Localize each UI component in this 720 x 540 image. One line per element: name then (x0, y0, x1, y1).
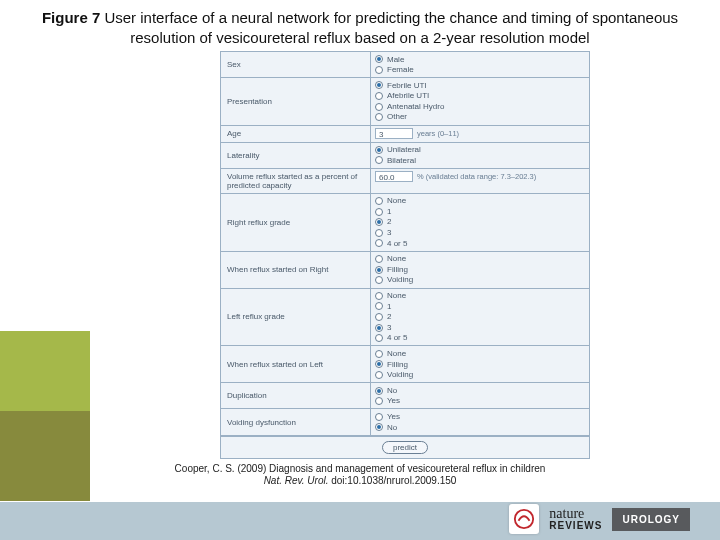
radio-icon[interactable] (375, 81, 383, 89)
citation: Cooper, C. S. (2009) Diagnosis and manag… (0, 463, 720, 487)
radio-icon[interactable] (375, 302, 383, 310)
radio-icon[interactable] (375, 334, 383, 342)
radio-label: 1 (387, 207, 391, 217)
radio-label: 3 (387, 323, 391, 333)
form-label: Presentation (221, 78, 371, 124)
radio-icon[interactable] (375, 55, 383, 63)
text-input[interactable]: 3 (375, 128, 413, 139)
form-options: YesNo (371, 409, 589, 434)
radio-label: Febrile UTI (387, 81, 427, 91)
radio-option[interactable]: 3 (375, 322, 585, 333)
radio-label: None (387, 291, 406, 301)
form-options: UnilateralBilateral (371, 143, 589, 168)
radio-icon[interactable] (375, 413, 383, 421)
radio-icon[interactable] (375, 156, 383, 164)
logo-reviews: REVIEWS (549, 521, 602, 531)
radio-icon[interactable] (375, 360, 383, 368)
form-row: Age3 years (0–11) (221, 126, 589, 143)
text-input[interactable]: 60.0 (375, 171, 413, 182)
form-row: SexMaleFemale (221, 52, 589, 78)
radio-option[interactable]: Filling (375, 359, 585, 370)
radio-label: Yes (387, 412, 400, 422)
radio-option[interactable]: Febrile UTI (375, 80, 585, 91)
form-row: Volume reflux started as a percent of pr… (221, 169, 589, 194)
form-label: Laterality (221, 143, 371, 168)
left-decor (0, 51, 90, 459)
form-row: When reflux started on RightNoneFillingV… (221, 252, 589, 289)
radio-icon[interactable] (375, 197, 383, 205)
radio-icon[interactable] (375, 324, 383, 332)
form-label: Sex (221, 52, 371, 77)
radio-option[interactable]: No (375, 422, 585, 433)
form-row: Voiding dysfunctionYesNo (221, 409, 589, 435)
radio-icon[interactable] (375, 92, 383, 100)
radio-icon[interactable] (375, 113, 383, 121)
radio-option[interactable]: Voiding (375, 275, 585, 286)
citation-journal: Nat. Rev. Urol. (264, 475, 329, 486)
radio-option[interactable]: 4 or 5 (375, 333, 585, 344)
citation-line1: Cooper, C. S. (2009) Diagnosis and manag… (175, 463, 546, 474)
radio-icon[interactable] (375, 276, 383, 284)
radio-option[interactable]: 2 (375, 217, 585, 228)
radio-label: 3 (387, 228, 391, 238)
radio-option[interactable]: 2 (375, 312, 585, 323)
radio-option[interactable]: Bilateral (375, 155, 585, 166)
radio-icon[interactable] (375, 387, 383, 395)
radio-label: 2 (387, 217, 391, 227)
form-options: 3 years (0–11) (371, 126, 589, 142)
radio-option[interactable]: No (375, 385, 585, 396)
radio-option[interactable]: 1 (375, 206, 585, 217)
radio-option[interactable]: None (375, 196, 585, 207)
radio-icon[interactable] (375, 423, 383, 431)
nature-text: nature REVIEWS (549, 507, 602, 531)
form-options: Febrile UTIAfebrile UTIAntenatal HydroOt… (371, 78, 589, 124)
radio-option[interactable]: Yes (375, 396, 585, 407)
radio-icon[interactable] (375, 313, 383, 321)
radio-icon[interactable] (375, 208, 383, 216)
radio-option[interactable]: 1 (375, 301, 585, 312)
radio-icon[interactable] (375, 350, 383, 358)
radio-option[interactable]: 4 or 5 (375, 238, 585, 249)
predict-button[interactable]: predict (382, 441, 428, 454)
form-options: None1234 or 5 (371, 289, 589, 346)
radio-label: None (387, 196, 406, 206)
radio-icon[interactable] (375, 103, 383, 111)
radio-icon[interactable] (375, 371, 383, 379)
radio-option[interactable]: Afebrile UTI (375, 91, 585, 102)
radio-icon[interactable] (375, 239, 383, 247)
radio-icon[interactable] (375, 218, 383, 226)
radio-icon[interactable] (375, 146, 383, 154)
radio-option[interactable]: 3 (375, 228, 585, 239)
radio-label: Unilateral (387, 145, 421, 155)
form-options: NoneFillingVoiding (371, 346, 589, 382)
nature-badge-icon (509, 504, 539, 534)
radio-icon[interactable] (375, 255, 383, 263)
input-row: 3 years (0–11) (375, 128, 585, 140)
figure-caption: Figure 7 User interface of a neural netw… (0, 0, 720, 51)
radio-icon[interactable] (375, 397, 383, 405)
radio-option[interactable]: None (375, 254, 585, 265)
radio-label: 4 or 5 (387, 239, 407, 249)
form-options: 60.0 % (validated data range: 7.3–202.3) (371, 169, 589, 193)
radio-option[interactable]: None (375, 291, 585, 302)
radio-option[interactable]: Other (375, 112, 585, 123)
radio-option[interactable]: Antenatal Hydro (375, 101, 585, 112)
radio-option[interactable]: Male (375, 54, 585, 65)
radio-option[interactable]: Yes (375, 411, 585, 422)
radio-icon[interactable] (375, 266, 383, 274)
form-options: NoYes (371, 383, 589, 408)
radio-option[interactable]: Unilateral (375, 145, 585, 156)
form-row: Left reflux gradeNone1234 or 5 (221, 289, 589, 347)
form-options: None1234 or 5 (371, 194, 589, 251)
radio-icon[interactable] (375, 229, 383, 237)
form-row: PresentationFebrile UTIAfebrile UTIAnten… (221, 78, 589, 125)
radio-label: Filling (387, 265, 408, 275)
radio-icon[interactable] (375, 292, 383, 300)
radio-label: None (387, 349, 406, 359)
radio-option[interactable]: None (375, 348, 585, 359)
figure-title: User interface of a neural network for p… (100, 9, 678, 46)
radio-option[interactable]: Female (375, 65, 585, 76)
radio-icon[interactable] (375, 66, 383, 74)
radio-option[interactable]: Filling (375, 264, 585, 275)
radio-option[interactable]: Voiding (375, 370, 585, 381)
